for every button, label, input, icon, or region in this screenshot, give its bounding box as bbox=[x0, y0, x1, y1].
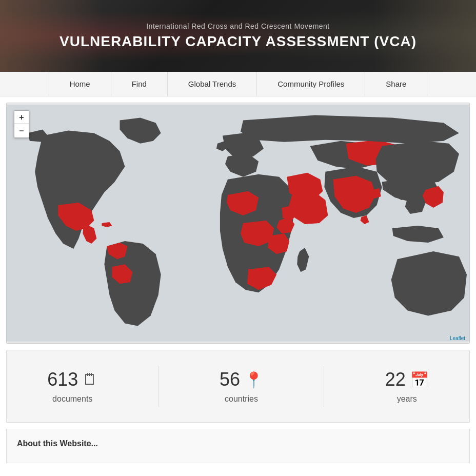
world-map[interactable]: + – bbox=[6, 103, 470, 344]
stat-documents: 613 🗒 documents bbox=[47, 369, 97, 404]
header-subtitle: International Red Cross and Red Crescent… bbox=[60, 22, 417, 30]
about-title: About this Website... bbox=[17, 439, 459, 448]
stat-years-label: years bbox=[397, 394, 417, 404]
map-zoom-controls: + – bbox=[14, 110, 29, 138]
stat-years: 22 📅 years bbox=[385, 369, 429, 404]
map-attribution: Leaflet bbox=[450, 335, 465, 341]
stat-countries-label: countries bbox=[225, 394, 258, 404]
stat-divider-1 bbox=[158, 366, 159, 407]
location-pin-icon: 📍 bbox=[244, 371, 263, 389]
zoom-in-button[interactable]: + bbox=[14, 111, 29, 124]
map-svg bbox=[7, 103, 469, 343]
nav-item-global-trends[interactable]: Global Trends bbox=[168, 72, 257, 96]
header: International Red Cross and Red Crescent… bbox=[0, 0, 476, 72]
zoom-out-button[interactable]: – bbox=[14, 124, 29, 137]
calendar-icon: 📅 bbox=[410, 371, 429, 389]
nav-item-community-profiles[interactable]: Community Profiles bbox=[257, 72, 365, 96]
stat-countries: 56 📍 countries bbox=[220, 369, 263, 404]
stat-countries-number: 56 bbox=[220, 369, 240, 390]
stat-documents-number: 613 bbox=[47, 369, 78, 390]
stat-years-number: 22 bbox=[385, 369, 406, 390]
stats-section: 613 🗒 documents 56 📍 countries 22 📅 year… bbox=[6, 350, 470, 423]
nav-item-home[interactable]: Home bbox=[49, 72, 111, 96]
main-navigation: Home Find Global Trends Community Profil… bbox=[0, 72, 476, 96]
header-title: VULNERABILITY CAPACITY ASSESSMENT (VCA) bbox=[60, 33, 417, 50]
nav-item-share[interactable]: Share bbox=[365, 72, 427, 96]
about-section: About this Website... bbox=[6, 429, 470, 463]
stat-documents-label: documents bbox=[52, 394, 92, 404]
header-content: International Red Cross and Red Crescent… bbox=[60, 22, 417, 50]
document-icon: 🗒 bbox=[82, 371, 97, 388]
nav-item-find[interactable]: Find bbox=[111, 72, 168, 96]
stat-divider-2 bbox=[324, 366, 324, 407]
